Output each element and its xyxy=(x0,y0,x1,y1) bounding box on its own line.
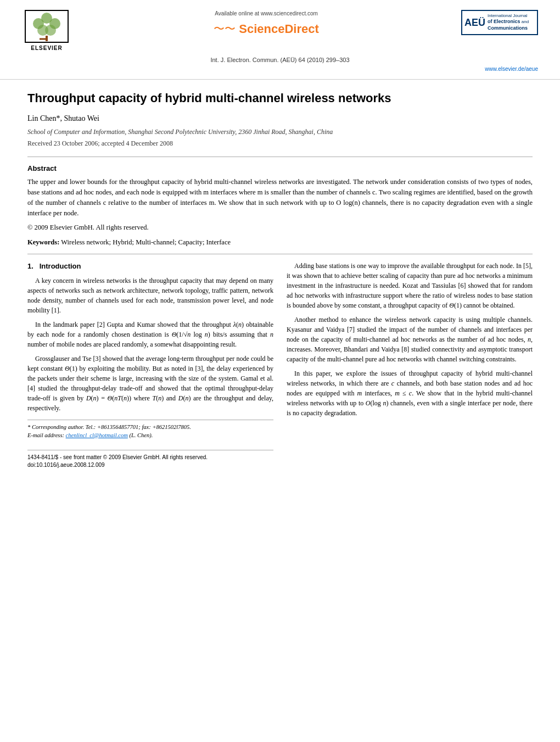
footnote-area: * Corresponding author. Tel.: +861356485… xyxy=(27,420,273,439)
col1-para1: A key concern in wireless networks is th… xyxy=(27,276,273,315)
aeu-title-line3: Communications xyxy=(488,25,529,32)
affiliation: School of Computer and Information, Shan… xyxy=(27,127,533,137)
aeu-title-line2: of Electronics and xyxy=(488,19,529,25)
keywords-line: Keywords: Wireless network; Hybrid; Mult… xyxy=(27,237,533,247)
copyright: © 2009 Elsevier GmbH. All rights reserve… xyxy=(27,222,533,232)
received-date: Received 23 October 2006; accepted 4 Dec… xyxy=(27,139,533,148)
right-column: Adding base stations is one way to impro… xyxy=(287,261,533,469)
elsevier-text: ELSEVIER xyxy=(31,44,62,53)
footnote-email-address[interactable]: chenlincl_cl@hotmail.com xyxy=(66,432,128,438)
footnote-bottom: 1434-8411/$ - see front matter © 2009 El… xyxy=(27,450,273,469)
aeu-title-line1: International Journal xyxy=(488,13,529,19)
footnote-bottom-text: 1434-8411/$ - see front matter © 2009 El… xyxy=(27,454,273,461)
aeu-logo: AEÜ International Journal of Electronics… xyxy=(461,10,538,35)
section-heading: 1. Introduction xyxy=(27,261,273,272)
divider-1 xyxy=(27,157,533,157)
aeu-title: International Journal of Electronics and… xyxy=(488,13,529,32)
sciencedirect-center: Available online at www.sciencedirect.co… xyxy=(71,10,461,37)
footnote-email: E-mail address: chenlincl_cl@hotmail.com… xyxy=(27,432,273,440)
col1-para2: In the landmark paper [2] Gupta and Kuma… xyxy=(27,320,273,349)
abstract-text: The upper and lower bounds for the throu… xyxy=(27,177,533,218)
footnote-doi: doi:10.1016/j.aeue.2008.12.009 xyxy=(27,461,273,469)
available-text: Available online at www.sciencedirect.co… xyxy=(215,10,318,18)
elsevier-box xyxy=(25,10,69,43)
two-column-body: 1. Introduction A key concern in wireles… xyxy=(27,261,533,469)
paper-title: Throughput capacity of hybrid multi-chan… xyxy=(27,91,533,107)
main-content: Throughput capacity of hybrid multi-chan… xyxy=(0,80,560,480)
col2-para2: Another method to enhance the wireless n… xyxy=(287,315,533,364)
sd-logo: 〜〜 ScienceDirect xyxy=(214,20,319,38)
keywords-text: Wireless network; Hybrid; Multi-channel;… xyxy=(61,238,231,246)
footnote-corresponding: * Corresponding author. Tel.: +861356485… xyxy=(27,423,273,432)
col2-para3: In this paper, we explore the issues of … xyxy=(287,369,533,418)
page: ELSEVIER Available online at www.science… xyxy=(0,0,560,742)
sd-logo-text: ScienceDirect xyxy=(239,20,319,38)
divider-2 xyxy=(27,254,533,254)
header: ELSEVIER Available online at www.science… xyxy=(0,0,560,80)
svg-point-4 xyxy=(45,25,56,36)
journal-ref: Int. J. Electron. Commun. (AEÜ) 64 (2010… xyxy=(22,56,538,65)
authors: Lin Chen*, Shutao Wei xyxy=(27,113,533,124)
left-column: 1. Introduction A key concern in wireles… xyxy=(27,261,273,469)
elsevier-tree-icon xyxy=(27,12,66,42)
sd-waves-icon: 〜〜 xyxy=(214,21,236,37)
col1-para3: Grossglauser and Tse [3] showed that the… xyxy=(27,354,273,413)
elsevier-logo: ELSEVIER xyxy=(22,10,71,53)
col2-para1: Adding base stations is one way to impro… xyxy=(287,261,533,310)
elsevier-link: www.elsevier.de/aeue xyxy=(22,65,538,74)
keywords-label: Keywords: xyxy=(27,238,59,246)
abstract-label: Abstract xyxy=(27,164,533,174)
aeu-letters: AEÜ xyxy=(464,18,485,27)
